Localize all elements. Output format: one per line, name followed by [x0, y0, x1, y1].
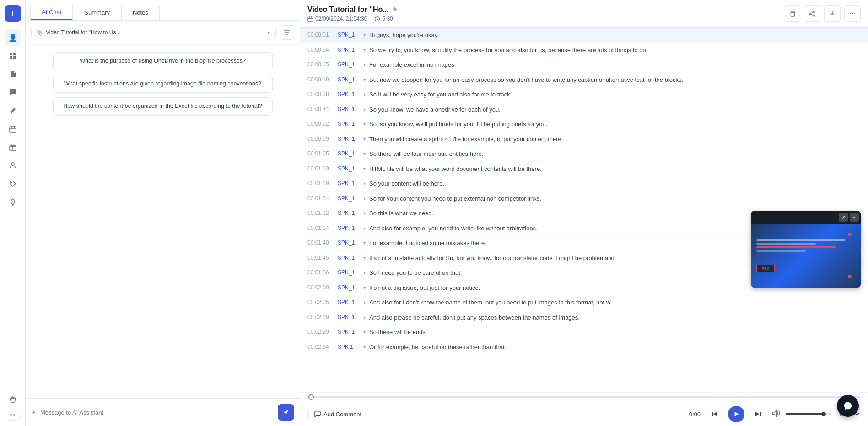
- transcript-text: So it will be very easy for you and also…: [369, 90, 861, 99]
- chevron-down-icon[interactable]: ▾: [363, 60, 366, 67]
- svg-point-12: [11, 182, 11, 183]
- speaker-label[interactable]: SPK_1: [338, 46, 360, 53]
- chevron-down-icon[interactable]: ▾: [363, 75, 366, 82]
- tab-ai-chat[interactable]: AI Chat: [30, 5, 73, 20]
- sidebar-item-person[interactable]: [5, 157, 21, 174]
- sidebar-expand-button[interactable]: >>: [5, 410, 21, 421]
- speaker-label[interactable]: SPK_1: [338, 120, 360, 127]
- filter-button[interactable]: [280, 25, 294, 40]
- chevron-down-icon[interactable]: ▾: [363, 165, 366, 171]
- download-button[interactable]: [824, 5, 841, 22]
- more-button[interactable]: ⋯: [844, 5, 861, 22]
- copy-button[interactable]: [784, 5, 800, 22]
- sidebar-item-tag[interactable]: [5, 176, 21, 192]
- chevron-down-icon[interactable]: ▾: [363, 328, 366, 335]
- speaker-label[interactable]: SPK_1: [338, 75, 360, 83]
- chevron-down-icon[interactable]: ▾: [363, 239, 366, 245]
- tab-summary[interactable]: Summary: [73, 5, 121, 20]
- speaker-label[interactable]: SPK_1: [338, 194, 360, 202]
- speaker-label[interactable]: SPK_1: [338, 298, 360, 305]
- chevron-down-icon[interactable]: ▾: [363, 31, 366, 37]
- doc-selector[interactable]: 📎 Video Tutorial for "How to Us... ▼: [31, 27, 276, 38]
- timestamp: 00:00:01: [307, 31, 334, 38]
- timestamp: 00:02:19: [307, 313, 334, 320]
- sidebar-item-rocket[interactable]: [5, 194, 21, 210]
- timestamp: 00:00:52: [307, 120, 334, 127]
- transcript-text: So, so you know, we'll put briefs for yo…: [369, 120, 861, 129]
- sidebar-item-document[interactable]: [5, 66, 21, 82]
- chevron-down-icon[interactable]: ▾: [363, 298, 366, 305]
- speaker-label[interactable]: SPK_1: [338, 105, 360, 112]
- speaker-label[interactable]: SPK_1: [338, 268, 360, 276]
- progress-track[interactable]: [307, 396, 861, 398]
- transcript-text: So these will be ends.: [369, 328, 861, 337]
- add-comment-button[interactable]: Add Comment: [307, 408, 368, 421]
- speaker-label[interactable]: SPK 1: [338, 343, 360, 350]
- attachment-icon: 📎: [36, 29, 43, 36]
- chevron-down-icon[interactable]: ▾: [363, 254, 366, 261]
- chevron-down-icon[interactable]: ▾: [363, 268, 366, 275]
- svg-point-29: [814, 11, 815, 13]
- message-input[interactable]: [40, 409, 274, 416]
- speaker-label[interactable]: SPK_1: [338, 328, 360, 335]
- chevron-down-icon[interactable]: ▾: [363, 90, 366, 97]
- add-comment-label: Add Comment: [323, 411, 361, 418]
- chevron-down-icon[interactable]: ▾: [363, 46, 366, 53]
- chevron-down-icon[interactable]: ▾: [363, 313, 366, 320]
- speaker-label[interactable]: SPK_1: [338, 224, 360, 231]
- speaker-label[interactable]: SPK_1: [338, 165, 360, 172]
- suggestion-chip-3[interactable]: How should the content be organized in t…: [53, 97, 273, 116]
- video-expand-button[interactable]: ⤢: [839, 213, 848, 222]
- volume-slider[interactable]: [786, 413, 831, 415]
- chevron-down-icon[interactable]: ▾: [363, 224, 366, 231]
- sidebar-item-calendar[interactable]: [5, 121, 21, 137]
- speaker-label[interactable]: SPK_1: [338, 135, 360, 142]
- chevron-down-icon[interactable]: ▾: [363, 105, 366, 112]
- media-controls: Add Comment 0:00 0.5x 0.75x 1x 1.25x 1.5…: [300, 402, 868, 426]
- video-overlay-header: ⤢ −: [751, 211, 861, 224]
- timestamp: 00:01:10: [307, 165, 334, 172]
- speaker-label[interactable]: SPK_1: [338, 179, 360, 186]
- chevron-down-icon[interactable]: ▾: [363, 149, 366, 156]
- suggestion-chip-2[interactable]: What specific instructions are given reg…: [53, 75, 273, 93]
- transcript-row: 00:01:19 SPK_1 ▾ So your content will be…: [300, 176, 868, 192]
- video-minimize-button[interactable]: −: [850, 213, 859, 222]
- chevron-down-icon[interactable]: ▾: [363, 343, 366, 350]
- chevron-down-icon[interactable]: ▾: [363, 179, 366, 186]
- speaker-label[interactable]: SPK_1: [338, 283, 360, 291]
- speaker-label[interactable]: SPK_1: [338, 239, 360, 246]
- skip-forward-button[interactable]: [750, 406, 766, 422]
- suggestion-chip-1[interactable]: What is the purpose of using OneDrive in…: [53, 52, 273, 70]
- send-button[interactable]: [278, 404, 294, 421]
- speaker-label[interactable]: SPK_1: [338, 90, 360, 97]
- progress-thumb[interactable]: [308, 394, 314, 400]
- volume-thumb: [821, 412, 826, 416]
- skip-back-button[interactable]: [706, 406, 722, 422]
- transcript-row: 00:00:52 SPK_1 ▾ So, so you know, we'll …: [300, 117, 868, 132]
- chevron-down-icon[interactable]: ▾: [363, 194, 366, 201]
- chat-support-button[interactable]: [837, 395, 859, 417]
- speaker-label[interactable]: SPK_1: [338, 254, 360, 261]
- timestamp: 00:01:24: [307, 194, 334, 202]
- chevron-down-icon[interactable]: ▾: [363, 135, 366, 142]
- speaker-label[interactable]: SPK_1: [338, 60, 360, 68]
- sidebar-item-grid[interactable]: [5, 48, 21, 64]
- speaker-label[interactable]: SPK_1: [338, 31, 360, 38]
- sidebar-item-contacts[interactable]: 👤: [5, 29, 21, 46]
- sidebar-item-gem[interactable]: [5, 391, 21, 408]
- tab-notes[interactable]: Notes: [121, 5, 160, 20]
- speaker-label[interactable]: SPK_1: [338, 313, 360, 320]
- chevron-down-icon[interactable]: ▾: [363, 120, 366, 127]
- sidebar-item-chat[interactable]: [5, 84, 21, 101]
- share-button[interactable]: [804, 5, 820, 22]
- speaker-label[interactable]: SPK_1: [338, 209, 360, 216]
- play-button[interactable]: [728, 406, 744, 422]
- sidebar-item-pencil[interactable]: [5, 102, 21, 119]
- edit-icon[interactable]: ✎: [393, 6, 398, 13]
- volume-icon[interactable]: [772, 409, 780, 419]
- speaker-label[interactable]: SPK_1: [338, 149, 360, 157]
- chevron-down-icon[interactable]: ▾: [363, 283, 366, 290]
- chevron-down-icon[interactable]: ▾: [363, 209, 366, 216]
- sidebar-item-gift[interactable]: [5, 139, 21, 155]
- timestamp: 00:00:04: [307, 46, 334, 53]
